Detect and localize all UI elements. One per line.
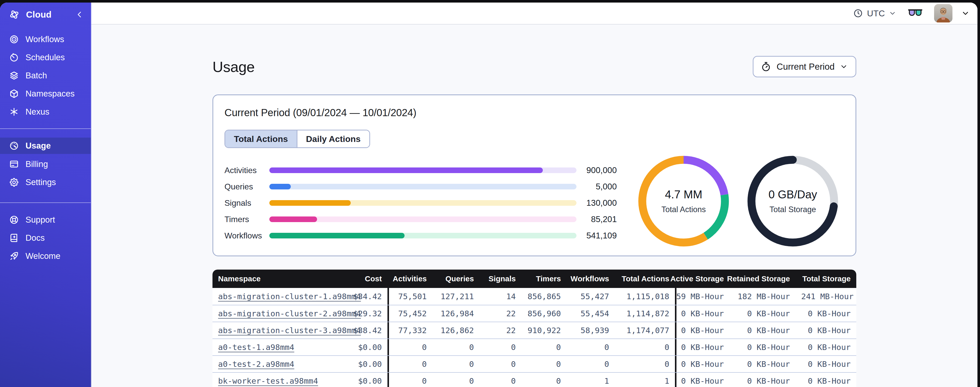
actions-tab-group: Total ActionsDaily Actions	[224, 130, 370, 148]
cell-workflows: 58,939	[566, 326, 615, 335]
namespace-cell: bk-worker-test.a98mm4	[213, 376, 325, 385]
sidebar-item-label: Usage	[25, 141, 51, 150]
cell-total-storage: 0 KB-Hour	[795, 360, 856, 369]
sidebar-item-label: Schedules	[25, 53, 65, 62]
welcome-rocket-icon	[9, 251, 19, 261]
chevron-down-icon	[889, 10, 896, 17]
bar-fill	[269, 200, 351, 206]
cell-queries: 0	[432, 376, 480, 385]
period-selector-button[interactable]: Current Period	[753, 56, 856, 77]
column-header-active-storage: Active Storage	[675, 274, 730, 283]
sidebar-item-workflows[interactable]: Workflows	[0, 30, 91, 48]
donut-charts: 4.7 MMTotal Actions0 GB/DayTotal Storage	[638, 156, 838, 246]
cell-activities: 77,332	[387, 322, 432, 339]
tab-total-actions[interactable]: Total Actions	[225, 130, 297, 147]
sidebar-item-billing[interactable]: Billing	[0, 155, 91, 173]
table-row: a0-test-1.a98mm4$0.000000000 KB-Hour0 KB…	[213, 339, 856, 355]
sidebar-item-settings[interactable]: Settings	[0, 173, 91, 191]
cell-retained-storage: 0 KB-Hour	[730, 360, 795, 369]
sidebar-item-label: Docs	[25, 233, 45, 243]
column-header-queries: Queries	[432, 274, 480, 283]
cell-timers: 910,922	[521, 326, 566, 335]
cell-activities: 0	[387, 356, 432, 372]
actions-bar-chart: Activities900,000Queries5,000Signals130,…	[224, 165, 617, 238]
namespaces-icon	[9, 89, 19, 99]
cell-queries: 126,862	[432, 326, 480, 335]
bar-value: 85,201	[576, 214, 617, 224]
namespace-link[interactable]: a0-test-2.a98mm4	[218, 360, 294, 369]
table-body: abs-migration-cluster-1.a98mm4$34.4275,5…	[213, 288, 856, 387]
cell-activities: 75,501	[387, 288, 432, 305]
namespace-link[interactable]: bk-worker-test.a98mm4	[218, 376, 318, 385]
cell-signals: 0	[480, 360, 521, 369]
column-header-retained-storage: Retained Storage	[730, 274, 795, 283]
bar-value: 900,000	[576, 165, 617, 175]
bar-label: Signals	[224, 198, 269, 208]
cell-total-actions: 1,115,018	[615, 292, 675, 301]
bar-value: 130,000	[576, 198, 617, 208]
brand-header: Cloud	[0, 3, 91, 27]
cell-cost: $0.00	[325, 360, 387, 369]
cell-timers: 0	[521, 360, 566, 369]
usage-bar-row-workflows: Workflows541,109	[224, 233, 617, 238]
stopwatch-icon	[760, 61, 772, 72]
bar-label: Workflows	[224, 231, 269, 240]
usage-table: NamespaceCostActivitiesQueriesSignalsTim…	[213, 270, 856, 387]
sidebar-item-docs[interactable]: Docs	[0, 229, 91, 247]
cell-active-storage: 0 KB-Hour	[675, 322, 730, 339]
sidebar-item-nexus[interactable]: Nexus	[0, 102, 91, 121]
timezone-selector[interactable]: UTC	[853, 8, 896, 18]
cell-total-storage: 0 KB-Hour	[795, 326, 856, 335]
sidebar-item-schedules[interactable]: Schedules	[0, 48, 91, 66]
sidebar-item-namespaces[interactable]: Namespaces	[0, 85, 91, 102]
sidebar-nav-main: WorkflowsSchedulesBatchNamespacesNexus	[0, 27, 91, 128]
feedback-glasses-icon[interactable]	[908, 8, 922, 18]
chevron-down-icon	[840, 62, 848, 71]
sidebar-item-usage[interactable]: Usage	[0, 138, 91, 154]
bar-label: Queries	[224, 182, 269, 192]
sidebar-item-label: Namespaces	[25, 89, 75, 99]
sidebar-item-batch[interactable]: Batch	[0, 66, 91, 85]
tab-daily-actions[interactable]: Daily Actions	[297, 130, 369, 147]
user-avatar[interactable]	[934, 4, 953, 22]
usage-bar-row-activities: Activities900,000	[224, 168, 617, 173]
bar-track	[269, 200, 576, 206]
column-header-signals: Signals	[480, 274, 521, 283]
sidebar-item-label: Batch	[25, 71, 47, 80]
usage-bar-row-signals: Signals130,000	[224, 200, 617, 206]
table-row: abs-migration-cluster-1.a98mm4$34.4275,5…	[213, 288, 856, 305]
table-row: a0-test-2.a98mm4$0.000000000 KB-Hour0 KB…	[213, 355, 856, 372]
sidebar-item-label: Welcome	[25, 251, 60, 261]
namespace-cell: abs-migration-cluster-3.a98mm4	[213, 326, 325, 335]
sidebar-item-label: Settings	[25, 178, 56, 187]
temporal-logo-icon	[9, 9, 20, 20]
collapse-sidebar-button[interactable]	[75, 10, 84, 19]
sidebar-item-label: Support	[25, 215, 55, 225]
table-row: bk-worker-test.a98mm4$0.000000110 KB-Hou…	[213, 372, 856, 387]
bar-track	[269, 216, 576, 222]
usage-bar-row-queries: Queries5,000	[224, 184, 617, 189]
sidebar-nav-account: UsageBillingSettings	[0, 129, 91, 202]
column-header-activities: Activities	[387, 274, 432, 283]
cell-timers: 856,865	[521, 292, 566, 301]
cell-workflows: 55,427	[566, 292, 615, 301]
cell-timers: 0	[521, 342, 566, 352]
cell-signals: 22	[480, 309, 521, 318]
cell-cost: $0.00	[325, 342, 387, 352]
cell-total-actions: 1	[615, 376, 675, 385]
cell-retained-storage: 0 KB-Hour	[730, 326, 795, 335]
sidebar-item-support[interactable]: Support	[0, 211, 91, 229]
bar-value: 5,000	[576, 182, 617, 192]
table-row: abs-migration-cluster-3.a98mm4$38.4277,3…	[213, 321, 856, 339]
cell-queries: 0	[432, 360, 480, 369]
column-header-workflows: Workflows	[566, 274, 615, 283]
sidebar-nav-footer: SupportDocsWelcome	[0, 203, 91, 276]
clock-icon	[853, 8, 863, 18]
user-menu-chevron-icon[interactable]	[961, 9, 970, 18]
sidebar-item-label: Workflows	[25, 34, 64, 44]
cell-activities: 0	[387, 339, 432, 355]
sidebar-item-welcome[interactable]: Welcome	[0, 247, 91, 265]
sidebar-item-label: Billing	[25, 159, 48, 169]
namespace-link[interactable]: a0-test-1.a98mm4	[218, 342, 294, 352]
cell-total-actions: 1,174,077	[615, 326, 675, 335]
